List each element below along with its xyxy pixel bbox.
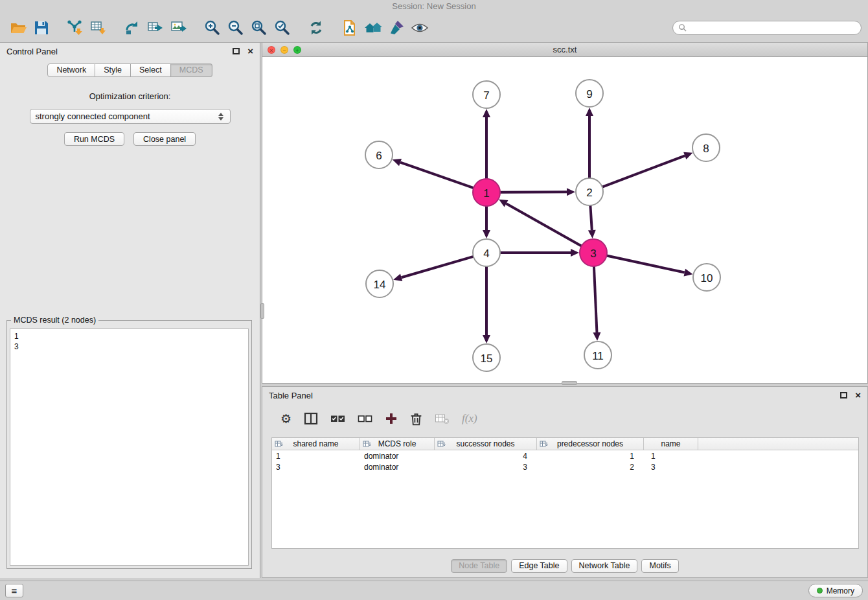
graph-edge-3-1[interactable] [506,203,581,246]
graph-edge-2-3[interactable] [590,205,591,230]
close-panel-icon[interactable]: × [247,47,253,56]
graph-edge-arrowhead [586,108,593,116]
import-table-button[interactable] [87,16,110,40]
tab-edge-table[interactable]: Edge Table [511,559,567,573]
traffic-close-icon[interactable]: × [268,46,275,54]
cell-successor-nodes: 4 [435,452,537,461]
mcds-result-list[interactable]: 1 3 [10,329,249,566]
zoom-in-button[interactable] [201,16,224,40]
export-table-icon [146,19,165,37]
column-header-predecessor-nodes[interactable]: predecessor nodes [537,438,644,450]
graph-node-label-10: 10 [701,272,713,284]
table-settings-gear-icon[interactable]: ⚙ [280,413,291,425]
graph-edge-arrowhead [684,269,693,277]
result-line: 1 [14,331,244,341]
open-folder-icon [9,19,27,37]
graph-node-label-4: 4 [483,248,489,260]
window-title: Session: New Session [392,1,475,11]
tab-network[interactable]: Network [47,63,95,77]
splitter-handle-horizontal[interactable] [562,381,577,385]
search-input[interactable] [689,23,856,33]
panel-menu-button[interactable]: ≡ [5,584,23,597]
save-session-button[interactable] [30,16,53,40]
table-row[interactable]: 3 dominator 3 2 3 [272,461,858,472]
zoom-out-button[interactable] [224,16,247,40]
graph-node-label-7: 7 [483,89,489,102]
export-image-button[interactable] [167,16,190,40]
tab-mcds[interactable]: MCDS [171,63,212,77]
graph-edge-3-11[interactable] [594,266,597,332]
graph-edge-arrowhead [483,109,490,117]
home-view-button[interactable] [361,16,385,40]
unselect-all-columns-icon[interactable] [358,413,372,424]
tab-select[interactable]: Select [131,63,171,77]
table-panel-tabs: Node Table Edge Table Network Table Moti… [262,559,867,573]
zoom-fit-button[interactable] [247,16,271,40]
tab-node-table[interactable]: Node Table [451,559,507,573]
style-brush-button[interactable] [385,16,408,40]
export-network-button[interactable] [120,16,144,40]
cell-predecessor-nodes: 1 [537,452,644,461]
graph-edge-4-14[interactable] [402,257,474,277]
delete-column-trash-icon[interactable] [410,412,422,426]
zoom-fit-icon [250,19,268,37]
tab-style[interactable]: Style [95,63,131,77]
close-table-panel-icon[interactable]: × [855,391,861,400]
show-columns-icon[interactable] [304,412,318,425]
traffic-minimize-icon[interactable]: − [280,46,288,54]
open-session-button[interactable] [6,16,30,40]
zoom-selected-button[interactable] [271,16,294,40]
float-table-panel-icon[interactable] [840,392,847,398]
export-table-button[interactable] [144,16,167,40]
column-header-shared-name[interactable]: shared name [272,438,360,450]
export-image-icon [170,19,188,37]
function-builder-icon-disabled: f(x) [462,412,477,425]
graph-edge-3-10[interactable] [607,255,685,272]
network-canvas[interactable]: 7968124314101511 [262,57,867,383]
search-icon [678,23,687,32]
close-panel-button[interactable]: Close panel [133,132,196,146]
splitter-handle-vertical[interactable] [260,303,264,319]
graph-node-label-6: 6 [376,150,382,162]
graph-edge-1-6[interactable] [400,163,474,189]
table-panel-header: Table Panel × [262,387,867,404]
network-window-titlebar[interactable]: × − + scc.txt [262,43,867,57]
graph-node-label-11: 11 [592,350,604,362]
main-toolbar [0,13,868,43]
menu-icon: ≡ [12,585,17,596]
column-header-successor-nodes[interactable]: successor nodes [435,438,537,450]
import-network-icon [66,19,84,37]
float-panel-icon[interactable] [233,48,240,54]
window-titlebar: Session: New Session [0,0,868,13]
table-row[interactable]: 1 dominator 4 1 1 [272,450,858,461]
traffic-maximize-icon[interactable]: + [293,46,301,54]
criterion-select[interactable]: strongly connected component [30,109,231,124]
node-table[interactable]: shared name MCDS role successor nodes pr… [271,437,859,549]
graph-edge-2-8[interactable] [602,156,685,187]
memory-button[interactable]: Memory [808,584,863,597]
graph-edge-arrowhead [588,230,596,238]
run-mcds-button[interactable]: Run MCDS [64,132,124,146]
save-floppy-icon [33,19,50,36]
search-box[interactable] [672,21,862,35]
show-details-button[interactable] [408,16,431,40]
refresh-layout-button[interactable] [304,16,328,40]
status-bar: ≡ Memory [0,581,868,600]
new-network-button[interactable] [338,16,361,40]
column-header-name[interactable]: name [644,438,698,450]
homes-icon [363,19,383,37]
import-network-button[interactable] [63,16,87,40]
network-graph-svg[interactable]: 7968124314101511 [262,57,867,383]
graph-edge-1-2[interactable] [500,192,567,192]
memory-status-dot [817,588,823,594]
control-panel-tabs: Network Style Select MCDS [0,63,260,77]
tab-network-table[interactable]: Network Table [571,559,638,573]
cell-name: 1 [644,452,698,461]
create-column-plus-icon[interactable] [385,412,398,425]
tab-motifs[interactable]: Motifs [641,559,678,573]
graph-node-label-8: 8 [703,143,709,155]
column-header-mcds-role[interactable]: MCDS role [360,438,435,450]
new-network-document-icon [341,19,359,37]
select-all-columns-icon[interactable] [330,413,345,424]
control-panel-header: Control Panel × [0,43,260,60]
